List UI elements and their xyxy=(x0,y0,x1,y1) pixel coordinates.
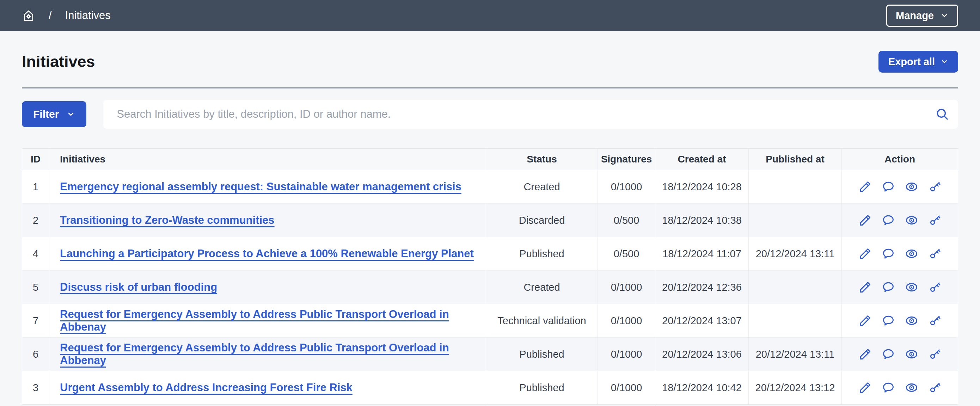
answer-button[interactable] xyxy=(877,242,900,265)
speech-bubble-icon xyxy=(881,247,895,260)
edit-button[interactable] xyxy=(854,175,877,198)
status-cell: Discarded xyxy=(486,204,598,237)
permissions-button[interactable] xyxy=(924,209,946,232)
search-icon xyxy=(935,107,950,122)
table-row: 2 Transitioning to Zero-Waste communitie… xyxy=(22,204,958,237)
table-row: 3 Urgent Assembly to Address Increasing … xyxy=(22,371,958,404)
filter-button-label: Filter xyxy=(33,108,59,120)
answer-button[interactable] xyxy=(877,209,900,232)
pencil-icon xyxy=(858,213,872,227)
signatures-cell: 0/500 xyxy=(598,204,655,237)
initiative-title-link[interactable]: Request for Emergency Assembly to Addres… xyxy=(60,308,486,333)
initiative-id-cell: 5 xyxy=(22,271,49,304)
initiative-title-link[interactable]: Discuss risk of urban flooding xyxy=(60,281,217,294)
search-submit-button[interactable] xyxy=(935,107,950,122)
eye-icon xyxy=(905,347,918,361)
column-header-published-at: Published at xyxy=(749,149,842,170)
edit-button[interactable] xyxy=(854,276,877,299)
initiative-title-link[interactable]: Urgent Assembly to Address Increasing Fo… xyxy=(60,381,353,394)
signatures-cell: 0/1000 xyxy=(598,170,655,203)
edit-button[interactable] xyxy=(854,309,877,332)
action-cell xyxy=(842,371,958,404)
preview-button[interactable] xyxy=(900,343,923,365)
eye-icon xyxy=(905,280,918,294)
created-at-cell: 20/12/2024 13:07 xyxy=(655,304,749,337)
initiative-title-cell: Launching a Participatory Process to Ach… xyxy=(49,237,486,270)
action-buttons xyxy=(854,175,946,198)
initiatives-table: ID Initiatives Status Signatures Created… xyxy=(22,148,958,404)
search-input[interactable] xyxy=(103,100,958,129)
initiative-title-link[interactable]: Launching a Participatory Process to Ach… xyxy=(60,247,474,260)
table-row: 1 Emergency regional assembly request: S… xyxy=(22,170,958,204)
permissions-button[interactable] xyxy=(924,376,946,399)
edit-button[interactable] xyxy=(854,242,877,265)
signatures-cell: 0/1000 xyxy=(598,371,655,404)
topbar: / Initiatives Manage xyxy=(0,0,980,31)
published-at-cell xyxy=(749,271,842,304)
home-gear-icon xyxy=(22,9,35,22)
signatures-cell: 0/1000 xyxy=(598,338,655,371)
initiative-title-cell: Discuss risk of urban flooding xyxy=(49,271,486,304)
home-link[interactable] xyxy=(22,9,35,22)
edit-button[interactable] xyxy=(854,343,877,365)
action-buttons xyxy=(854,276,946,299)
initiative-title-link[interactable]: Request for Emergency Assembly to Addres… xyxy=(60,342,486,367)
key-icon xyxy=(928,381,942,394)
permissions-button[interactable] xyxy=(924,276,946,299)
speech-bubble-icon xyxy=(881,213,895,227)
answer-button[interactable] xyxy=(877,175,900,198)
preview-button[interactable] xyxy=(900,175,923,198)
created-at-cell: 18/12/2024 10:28 xyxy=(655,170,749,203)
status-cell: Technical validation xyxy=(486,304,598,337)
initiative-id-cell: 7 xyxy=(22,304,49,337)
manage-button[interactable]: Manage xyxy=(886,5,958,27)
initiative-id-cell: 3 xyxy=(22,371,49,404)
answer-button[interactable] xyxy=(877,276,900,299)
preview-button[interactable] xyxy=(900,309,923,332)
initiative-title-link[interactable]: Transitioning to Zero-Waste communities xyxy=(60,214,275,227)
action-cell xyxy=(842,304,958,337)
column-header-id: ID xyxy=(22,149,49,170)
column-header-status: Status xyxy=(486,149,598,170)
breadcrumb-separator: / xyxy=(49,9,52,22)
filter-button[interactable]: Filter xyxy=(22,101,86,127)
action-cell xyxy=(842,338,958,371)
edit-button[interactable] xyxy=(854,376,877,399)
manage-button-label: Manage xyxy=(896,10,934,21)
speech-bubble-icon xyxy=(881,347,895,361)
edit-button[interactable] xyxy=(854,209,877,232)
answer-button[interactable] xyxy=(877,343,900,365)
preview-button[interactable] xyxy=(900,276,923,299)
action-buttons xyxy=(854,343,946,365)
permissions-button[interactable] xyxy=(924,343,946,365)
permissions-button[interactable] xyxy=(924,175,946,198)
speech-bubble-icon xyxy=(881,381,895,394)
action-cell xyxy=(842,170,958,203)
permissions-button[interactable] xyxy=(924,309,946,332)
permissions-button[interactable] xyxy=(924,242,946,265)
published-at-cell: 20/12/2024 13:11 xyxy=(749,237,842,270)
key-icon xyxy=(928,314,942,327)
answer-button[interactable] xyxy=(877,309,900,332)
eye-icon xyxy=(905,213,918,227)
initiative-id-cell: 6 xyxy=(22,338,49,371)
action-buttons xyxy=(854,376,946,399)
status-cell: Created xyxy=(486,170,598,203)
eye-icon xyxy=(905,314,918,327)
export-all-button[interactable]: Export all xyxy=(878,51,958,73)
table-body: 1 Emergency regional assembly request: S… xyxy=(22,170,958,404)
breadcrumb-initiatives-link[interactable]: Initiatives xyxy=(65,9,111,22)
initiative-title-link[interactable]: Emergency regional assembly request: Sus… xyxy=(60,180,461,193)
created-at-cell: 18/12/2024 10:38 xyxy=(655,204,749,237)
key-icon xyxy=(928,180,942,193)
key-icon xyxy=(928,280,942,294)
preview-button[interactable] xyxy=(900,209,923,232)
preview-button[interactable] xyxy=(900,376,923,399)
created-at-cell: 20/12/2024 13:06 xyxy=(655,338,749,371)
signatures-cell: 0/500 xyxy=(598,237,655,270)
key-icon xyxy=(928,247,942,260)
action-cell xyxy=(842,204,958,237)
preview-button[interactable] xyxy=(900,242,923,265)
signatures-cell: 0/1000 xyxy=(598,271,655,304)
answer-button[interactable] xyxy=(877,376,900,399)
